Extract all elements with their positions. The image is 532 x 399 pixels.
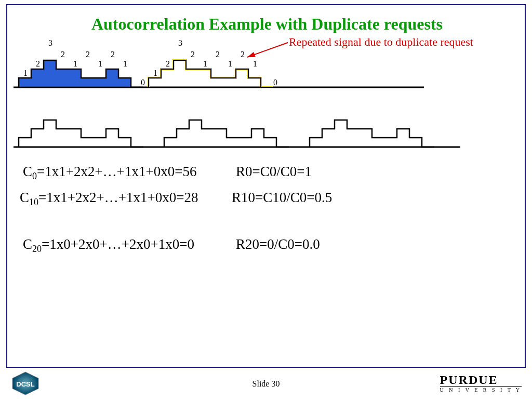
eq-r10: R10=C10/C0=0.5 <box>232 190 332 206</box>
logo-left-text: DCSL <box>16 380 34 388</box>
eq-r0: R0=C0/C0=1 <box>236 164 312 180</box>
bottom-signal-row <box>14 101 523 151</box>
logo-right-sub: U N I V E R S I T Y <box>440 386 522 393</box>
logo-right: PURDUE U N I V E R S I T Y <box>440 373 522 393</box>
logo-right-main: PURDUE <box>440 373 498 387</box>
eq-c0: C0=1x1+2x2+…+1x1+0x0=56 <box>23 164 196 182</box>
slide-title: Autocorrelation Example with Duplicate r… <box>7 15 527 34</box>
slide-frame: Autocorrelation Example with Duplicate r… <box>6 4 526 368</box>
eq-r20: R20=0/C0=0.0 <box>236 236 320 252</box>
eq-c10: C10=1x1+2x2+…+1x1+0x0=28 <box>20 190 198 208</box>
eq-c20: C20=1x0+2x0+…+2x0+1x0=0 <box>23 236 194 255</box>
logo-left: DCSL <box>7 371 44 396</box>
